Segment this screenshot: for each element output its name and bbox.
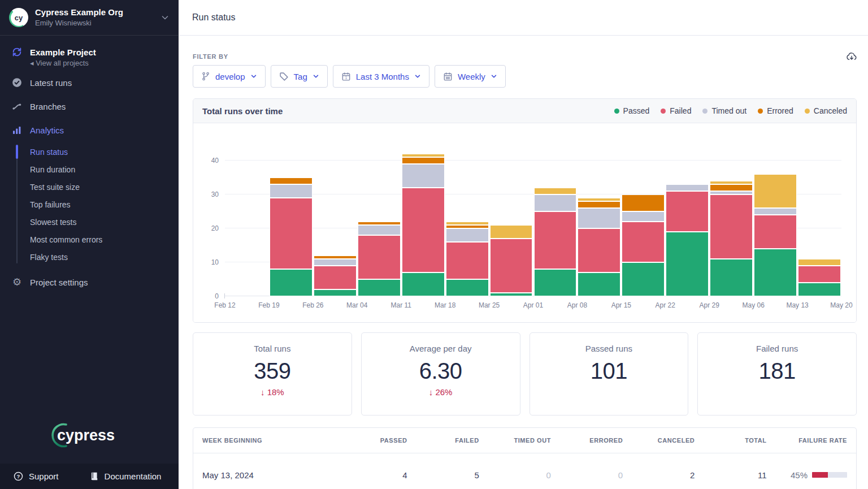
table-row[interactable]: May 13, 2024450021145% bbox=[193, 453, 856, 489]
org-user-name: Emily Wisniewski bbox=[35, 19, 123, 28]
sidebar-item-analytics[interactable]: Analytics bbox=[0, 118, 179, 142]
stat-value: 181 bbox=[759, 358, 796, 383]
bar-segment-failed bbox=[446, 242, 489, 279]
bar-week-apr-01[interactable] bbox=[534, 188, 577, 296]
view-all-projects-link[interactable]: ◂ View all projects bbox=[30, 59, 167, 67]
bar-segment-failed bbox=[666, 191, 709, 232]
sync-icon bbox=[11, 47, 23, 57]
bar-segment-errored bbox=[710, 184, 753, 191]
legend-item-failed[interactable]: Failed bbox=[661, 106, 691, 115]
bar-segment-timed-out bbox=[270, 184, 313, 198]
column-header-failed: FAILED bbox=[407, 437, 479, 444]
chevron-down-icon bbox=[250, 73, 257, 80]
sidebar-subitem-test-suite-size[interactable]: Test suite size bbox=[0, 178, 179, 196]
failure-rate-fill bbox=[812, 472, 828, 478]
bar-segment-errored bbox=[402, 157, 445, 164]
gridline-y40 bbox=[225, 160, 841, 161]
filter-develop-button[interactable]: develop bbox=[193, 65, 266, 88]
project-name: Example Project bbox=[30, 47, 96, 57]
bar-segment-passed bbox=[270, 269, 313, 296]
bar-segment-passed bbox=[710, 259, 753, 296]
org-avatar-text: cy bbox=[11, 10, 27, 26]
filter-last-3-months-button[interactable]: 1Last 3 Months bbox=[333, 65, 429, 88]
bar-week-mar-18[interactable] bbox=[446, 222, 489, 296]
bar-segment-timed-out bbox=[314, 259, 357, 266]
sidebar-subitem-slowest-tests[interactable]: Slowest tests bbox=[0, 213, 179, 231]
org-switcher[interactable]: cy Cypress Example Org Emily Wisniewski bbox=[0, 0, 179, 36]
legend-item-canceled[interactable]: Canceled bbox=[805, 106, 847, 115]
bar-week-apr-29[interactable] bbox=[710, 181, 753, 296]
bar-week-may-06[interactable] bbox=[754, 174, 797, 296]
cell-timed_out: 0 bbox=[479, 470, 551, 480]
chart-legend: PassedFailedTimed outErroredCanceled bbox=[614, 106, 847, 115]
sidebar-subitem-top-failures[interactable]: Top failures bbox=[0, 196, 179, 213]
x-axis-label: Mar 25 bbox=[479, 301, 500, 309]
column-header-week-beginning: WEEK BEGINNING bbox=[202, 437, 335, 444]
filter-tag-button[interactable]: Tag bbox=[271, 65, 328, 88]
stat-label: Passed runs bbox=[585, 344, 632, 353]
documentation-link[interactable]: Documentation bbox=[89, 471, 162, 481]
cypress-wordmark: cypress bbox=[57, 427, 115, 444]
x-axis-label: Apr 29 bbox=[700, 301, 719, 309]
bar-week-apr-08[interactable] bbox=[578, 198, 620, 296]
bar-week-feb-26[interactable] bbox=[314, 256, 357, 296]
y-axis-label: 0 bbox=[215, 292, 219, 300]
x-axis-label: Mar 11 bbox=[390, 301, 411, 309]
column-header-total: TOTAL bbox=[695, 437, 766, 444]
sidebar-item-label: Project settings bbox=[30, 278, 88, 287]
sidebar-item-branches[interactable]: Branches bbox=[0, 94, 179, 118]
sidebar-item-latest-runs[interactable]: Latest runs bbox=[0, 71, 179, 94]
legend-label: Canceled bbox=[814, 106, 847, 115]
support-link[interactable]: ? Support bbox=[14, 471, 59, 481]
filter-weekly-button[interactable]: Weekly bbox=[435, 65, 506, 88]
filter-button-label: Weekly bbox=[458, 72, 485, 81]
bar-segment-passed bbox=[446, 279, 489, 296]
chevron-down-icon bbox=[414, 73, 421, 80]
x-axis-label: Mar 04 bbox=[346, 301, 367, 309]
stat-value: 101 bbox=[591, 358, 627, 383]
bar-week-apr-15[interactable] bbox=[622, 194, 665, 296]
bar-segment-errored bbox=[622, 194, 665, 211]
calendar-week-icon bbox=[443, 72, 453, 81]
filter-by-label: FILTER BY bbox=[193, 53, 857, 60]
bar-segment-timed-out bbox=[402, 164, 445, 188]
x-axis-label: Feb 12 bbox=[214, 301, 235, 309]
cloud-download-icon[interactable] bbox=[846, 51, 857, 64]
legend-item-timed-out[interactable]: Timed out bbox=[702, 106, 747, 115]
bar-segment-timed-out bbox=[578, 208, 620, 228]
bar-segment-passed bbox=[578, 272, 620, 296]
legend-label: Passed bbox=[623, 106, 650, 115]
y-axis-label: 20 bbox=[211, 224, 219, 232]
bar-week-mar-25[interactable] bbox=[490, 225, 533, 296]
cypress-logo: cypress bbox=[0, 421, 179, 464]
bar-week-feb-19[interactable] bbox=[270, 178, 313, 296]
y-axis-label: 30 bbox=[211, 191, 219, 198]
column-header-failure-rate: FAILURE RATE bbox=[767, 437, 847, 444]
sidebar-subitem-flaky-tests[interactable]: Flaky tests bbox=[0, 248, 179, 266]
x-axis-label: May 06 bbox=[742, 301, 764, 309]
bar-week-mar-04[interactable] bbox=[358, 222, 401, 296]
filter-button-label: Tag bbox=[294, 72, 307, 81]
check-circle-icon bbox=[11, 77, 23, 88]
calendar-icon: 1 bbox=[341, 72, 351, 81]
x-axis-label: Apr 01 bbox=[523, 301, 543, 309]
bar-week-may-13[interactable] bbox=[798, 259, 841, 296]
x-axis-label: Feb 26 bbox=[302, 301, 323, 309]
sidebar-nav: Example Project ◂ View all projects Late… bbox=[0, 36, 179, 294]
bar-segment-timed-out bbox=[622, 211, 665, 222]
bar-segment-timed-out bbox=[446, 228, 489, 242]
legend-item-errored[interactable]: Errored bbox=[758, 106, 793, 115]
panel-title: Total runs over time bbox=[202, 106, 283, 116]
sidebar-subitem-run-duration[interactable]: Run duration bbox=[0, 161, 179, 178]
legend-item-passed[interactable]: Passed bbox=[614, 106, 650, 115]
sidebar-item-label: Branches bbox=[30, 102, 66, 111]
bar-segment-failed bbox=[270, 198, 313, 269]
sidebar-item-project-settings[interactable]: ⚙ Project settings bbox=[0, 270, 179, 294]
bar-segment-passed bbox=[754, 249, 797, 296]
bar-week-mar-11[interactable] bbox=[402, 154, 445, 296]
bar-segment-passed bbox=[314, 289, 357, 296]
bar-week-apr-22[interactable] bbox=[666, 184, 709, 296]
sidebar-item-project[interactable]: Example Project ◂ View all projects bbox=[0, 44, 179, 71]
sidebar-subitem-run-status[interactable]: Run status bbox=[0, 143, 179, 161]
sidebar-subitem-most-common-errors[interactable]: Most common errors bbox=[0, 231, 179, 248]
